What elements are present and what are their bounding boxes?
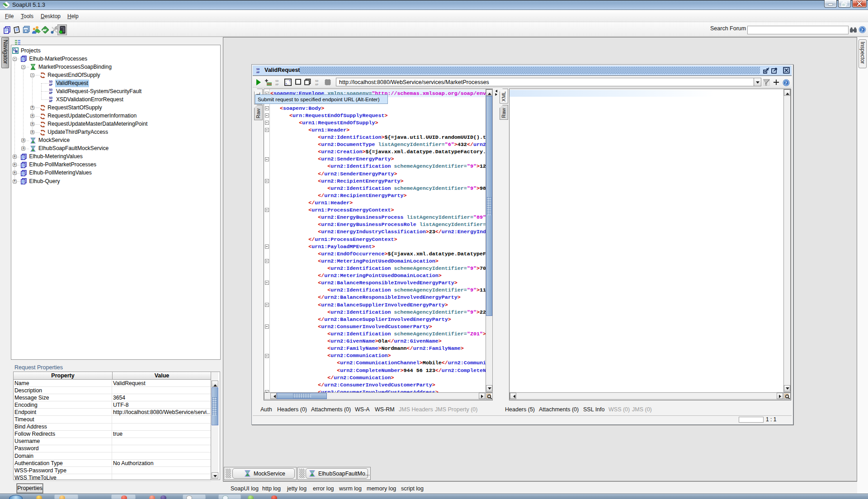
svg-text:AP: AP (49, 100, 52, 103)
svg-text:AP: AP (275, 83, 279, 86)
svg-text:AP: AP (256, 71, 260, 74)
svg-text:SO: SO (275, 80, 279, 83)
svg-text:AP: AP (49, 84, 52, 86)
svg-text:?: ? (861, 27, 863, 33)
svg-text:SO: SO (49, 80, 52, 84)
svg-text:SO: SO (49, 97, 52, 100)
svg-text:SO: SO (256, 68, 260, 71)
svg-text:SO: SO (315, 80, 319, 83)
svg-text:SO: SO (49, 89, 52, 92)
svg-text:?: ? (785, 80, 787, 85)
svg-text:AP: AP (49, 92, 52, 94)
svg-text:AP: AP (315, 83, 319, 86)
